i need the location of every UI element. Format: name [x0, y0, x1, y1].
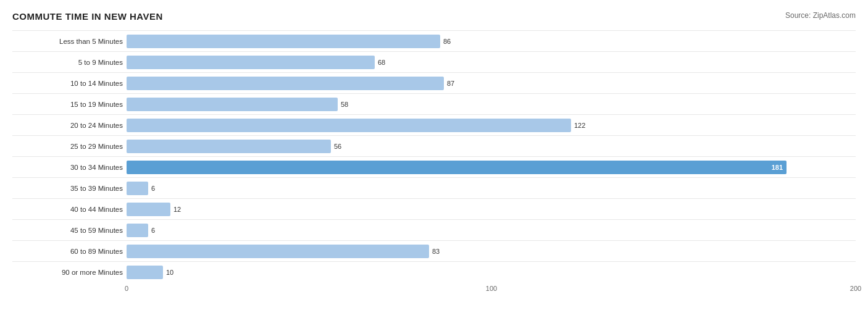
bar-label: 5 to 9 Minutes	[12, 59, 127, 66]
bar-label: 60 to 89 Minutes	[12, 248, 127, 255]
bar-area: 6	[127, 182, 856, 195]
bar	[127, 98, 338, 111]
bar	[127, 56, 375, 69]
bar	[127, 224, 148, 237]
bar-label: 25 to 29 Minutes	[12, 143, 127, 150]
bar-area: 10	[127, 266, 856, 279]
bar-label: Less than 5 Minutes	[12, 38, 127, 45]
bar	[127, 119, 571, 132]
table-row: 25 to 29 Minutes56	[12, 135, 856, 156]
bar-value: 86	[443, 38, 451, 45]
bar	[127, 245, 429, 258]
bar-label: 20 to 24 Minutes	[12, 122, 127, 129]
bar-area: 68	[127, 56, 856, 69]
x-axis: 0100200	[127, 282, 856, 295]
bar-value: 87	[447, 80, 454, 87]
bar-value: 122	[574, 122, 585, 129]
bar	[127, 266, 163, 279]
table-row: 10 to 14 Minutes87	[12, 72, 856, 93]
bar-value: 6	[151, 185, 155, 192]
x-axis-tick: 0	[125, 285, 128, 292]
bar-value: 56	[334, 143, 341, 150]
bar-area: 122	[127, 119, 856, 132]
bar	[127, 77, 444, 90]
bar-area: 12	[127, 203, 856, 216]
table-row: 30 to 34 Minutes181	[12, 156, 856, 177]
bar-area: 87	[127, 77, 856, 90]
chart-source: Source: ZipAtlas.com	[785, 11, 856, 20]
table-row: 35 to 39 Minutes6	[12, 177, 856, 198]
table-row: 15 to 19 Minutes58	[12, 93, 856, 114]
bar-label: 90 or more Minutes	[12, 269, 127, 276]
x-axis-tick: 100	[486, 285, 497, 292]
bar-value-inside: 181	[772, 164, 783, 171]
chart-container: COMMUTE TIME IN NEW HAVEN Source: ZipAtl…	[0, 0, 868, 323]
bar-label: 30 to 34 Minutes	[12, 164, 127, 171]
table-row: 20 to 24 Minutes122	[12, 114, 856, 135]
bar-value: 6	[151, 227, 155, 234]
table-row: 90 or more Minutes10	[12, 261, 856, 282]
bar: 181	[127, 161, 787, 174]
bar	[127, 203, 170, 216]
table-row: 40 to 44 Minutes12	[12, 198, 856, 219]
bar-label: 10 to 14 Minutes	[12, 80, 127, 87]
chart-header: COMMUTE TIME IN NEW HAVEN Source: ZipAtl…	[12, 11, 856, 22]
chart-body: Less than 5 Minutes865 to 9 Minutes6810 …	[12, 30, 856, 295]
bar	[127, 140, 331, 153]
bar-area: 6	[127, 224, 856, 237]
table-row: 5 to 9 Minutes68	[12, 51, 856, 72]
bar	[127, 182, 148, 195]
bar-value: 58	[341, 101, 348, 108]
bar-area: 56	[127, 140, 856, 153]
bar-value: 10	[166, 269, 173, 276]
bar-value: 12	[173, 206, 181, 213]
bar-label: 40 to 44 Minutes	[12, 206, 127, 213]
bar-area: 83	[127, 245, 856, 258]
bar-area: 181	[127, 161, 856, 174]
chart-title: COMMUTE TIME IN NEW HAVEN	[12, 11, 163, 22]
bar-value: 68	[378, 59, 385, 66]
x-axis-tick: 200	[850, 285, 861, 292]
table-row: Less than 5 Minutes86	[12, 30, 856, 51]
table-row: 45 to 59 Minutes6	[12, 219, 856, 240]
bar-value: 83	[432, 248, 440, 255]
bar-label: 45 to 59 Minutes	[12, 227, 127, 234]
bar-label: 35 to 39 Minutes	[12, 185, 127, 192]
bar-area: 86	[127, 35, 856, 48]
bar-label: 15 to 19 Minutes	[12, 101, 127, 108]
bar	[127, 35, 440, 48]
bar-area: 58	[127, 98, 856, 111]
table-row: 60 to 89 Minutes83	[12, 240, 856, 261]
